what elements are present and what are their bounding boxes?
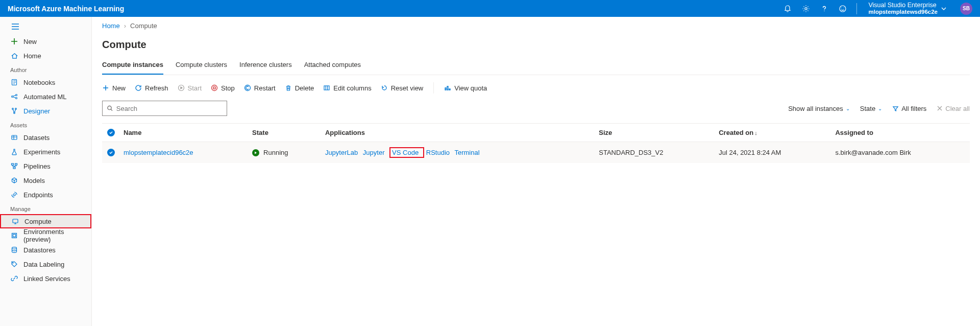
sidebar-item-endpoints[interactable]: Endpoints bbox=[0, 188, 91, 202]
environments-icon bbox=[10, 231, 18, 240]
column-name[interactable]: Name bbox=[119, 124, 248, 142]
datastores-icon bbox=[10, 246, 18, 254]
filter-icon bbox=[892, 105, 899, 112]
sidebar-item-designer[interactable]: Designer bbox=[0, 104, 91, 118]
sidebar-item-new[interactable]: New bbox=[0, 34, 91, 49]
sidebar-item-environments[interactable]: Environments (preview) bbox=[0, 228, 91, 243]
breadcrumb-home[interactable]: Home bbox=[102, 22, 120, 30]
svg-rect-13 bbox=[12, 164, 14, 165]
instance-name-link[interactable]: mlopstemplatecid96c2e bbox=[124, 149, 193, 156]
sidebar-section-manage: Manage bbox=[0, 202, 91, 214]
tab-compute-instances[interactable]: Compute instances bbox=[102, 58, 163, 75]
page-title: Compute bbox=[102, 39, 970, 51]
svg-point-7 bbox=[16, 95, 17, 96]
sidebar-label-endpoints: Endpoints bbox=[23, 191, 53, 199]
sidebar-item-pipelines[interactable]: Pipelines bbox=[0, 159, 91, 173]
svg-point-2 bbox=[840, 6, 846, 12]
sidebar-label-environments: Environments (preview) bbox=[23, 228, 86, 243]
workspace-name: mlopstemplatewsd96c2e bbox=[868, 9, 938, 15]
svg-point-9 bbox=[12, 108, 14, 110]
start-button[interactable]: Start bbox=[178, 84, 202, 92]
tab-attached-computes[interactable]: Attached computes bbox=[304, 58, 361, 75]
sidebar-item-compute[interactable]: Compute bbox=[0, 214, 91, 228]
search-input-wrapper[interactable] bbox=[102, 101, 227, 116]
column-size[interactable]: Size bbox=[595, 124, 715, 142]
app-rstudio[interactable]: RStudio bbox=[426, 149, 450, 156]
sidebar-label-data-labeling: Data Labeling bbox=[23, 261, 64, 268]
help-icon[interactable] bbox=[820, 4, 829, 13]
filter-bar: Show all instances ⌄ State ⌄ All filters… bbox=[788, 105, 970, 112]
select-all-header[interactable] bbox=[102, 124, 119, 142]
chevron-down-icon: ⌄ bbox=[846, 106, 850, 111]
models-icon bbox=[10, 176, 18, 184]
check-circle-icon bbox=[107, 149, 115, 156]
pipelines-icon bbox=[10, 162, 18, 170]
column-created-on[interactable]: Created on↓ bbox=[715, 124, 831, 142]
sidebar-item-datasets[interactable]: Datasets bbox=[0, 130, 91, 145]
sidebar-item-experiments[interactable]: Experiments bbox=[0, 145, 91, 159]
chevron-down-icon bbox=[941, 6, 947, 12]
svg-rect-19 bbox=[13, 235, 16, 237]
sort-arrow-icon: ↓ bbox=[754, 130, 757, 136]
svg-rect-15 bbox=[13, 167, 15, 169]
app-vscode[interactable]: VS Code bbox=[392, 149, 419, 156]
automl-icon bbox=[10, 92, 18, 101]
tab-compute-clusters[interactable]: Compute clusters bbox=[176, 58, 227, 75]
app-jupyterlab[interactable]: JupyterLab bbox=[325, 149, 358, 156]
sidebar-label-new: New bbox=[23, 38, 37, 45]
sidebar-item-data-labeling[interactable]: Data Labeling bbox=[0, 257, 91, 271]
app-terminal[interactable]: Terminal bbox=[454, 149, 479, 156]
notifications-icon[interactable] bbox=[783, 4, 792, 13]
close-icon bbox=[937, 105, 943, 111]
toolbar: New Refresh Start Stop Restart Delete bbox=[102, 82, 970, 94]
clear-all-button[interactable]: Clear all bbox=[937, 105, 970, 112]
check-circle-icon bbox=[107, 129, 115, 136]
all-filters-button[interactable]: All filters bbox=[892, 105, 926, 112]
subscription-picker[interactable]: Visual Studio Enterprise mlopstemplatews… bbox=[866, 2, 947, 16]
delete-button[interactable]: Delete bbox=[285, 84, 314, 92]
svg-point-3 bbox=[842, 7, 842, 8]
edit-columns-button[interactable]: Edit columns bbox=[323, 84, 371, 92]
view-quota-button[interactable]: View quota bbox=[444, 84, 487, 92]
sidebar-item-datastores[interactable]: Datastores bbox=[0, 243, 91, 257]
table-row[interactable]: mlopstemplatecid96c2e Running JupyterLab… bbox=[102, 142, 970, 164]
sidebar-item-home[interactable]: Home bbox=[0, 49, 91, 63]
svg-point-8 bbox=[16, 98, 17, 99]
sidebar-label-automl: Automated ML bbox=[23, 93, 67, 101]
sidebar-section-author: Author bbox=[0, 63, 91, 75]
sidebar-label-home: Home bbox=[23, 52, 41, 60]
settings-icon[interactable] bbox=[801, 4, 811, 13]
svg-point-20 bbox=[12, 247, 17, 249]
show-all-instances-dropdown[interactable]: Show all instances ⌄ bbox=[788, 105, 850, 112]
svg-point-6 bbox=[12, 96, 13, 98]
sidebar-item-models[interactable]: Models bbox=[0, 173, 91, 188]
app-jupyter[interactable]: Jupyter bbox=[363, 149, 385, 156]
new-button[interactable]: New bbox=[102, 84, 126, 92]
feedback-icon[interactable] bbox=[838, 4, 847, 13]
breadcrumb-separator: › bbox=[124, 22, 126, 30]
refresh-button[interactable]: Refresh bbox=[135, 84, 168, 92]
compute-icon bbox=[11, 217, 19, 225]
column-assigned-to[interactable]: Assigned to bbox=[831, 124, 970, 142]
reset-view-button[interactable]: Reset view bbox=[381, 84, 424, 92]
sidebar-item-linked-services[interactable]: Linked Services bbox=[0, 271, 91, 286]
svg-point-4 bbox=[844, 7, 844, 8]
stop-button[interactable]: Stop bbox=[211, 84, 235, 92]
sidebar-item-notebooks[interactable]: Notebooks bbox=[0, 75, 91, 89]
row-select[interactable] bbox=[102, 142, 119, 164]
tabs: Compute instances Compute clusters Infer… bbox=[102, 58, 970, 75]
sidebar-section-assets: Assets bbox=[0, 118, 91, 130]
sidebar: New Home Author Notebooks Automated ML D… bbox=[0, 17, 92, 326]
column-state[interactable]: State bbox=[248, 124, 321, 142]
restart-button[interactable]: Restart bbox=[244, 84, 276, 92]
sidebar-label-designer: Designer bbox=[23, 107, 50, 115]
sidebar-item-automl[interactable]: Automated ML bbox=[0, 89, 91, 104]
column-applications[interactable]: Applications bbox=[321, 124, 595, 142]
breadcrumb: Home › Compute bbox=[102, 22, 970, 30]
search-input[interactable] bbox=[116, 105, 223, 112]
state-filter-dropdown[interactable]: State ⌄ bbox=[860, 105, 882, 112]
tab-inference-clusters[interactable]: Inference clusters bbox=[239, 58, 292, 75]
user-avatar[interactable]: SB bbox=[960, 3, 972, 15]
svg-rect-14 bbox=[15, 164, 17, 165]
hamburger-button[interactable] bbox=[0, 19, 91, 34]
